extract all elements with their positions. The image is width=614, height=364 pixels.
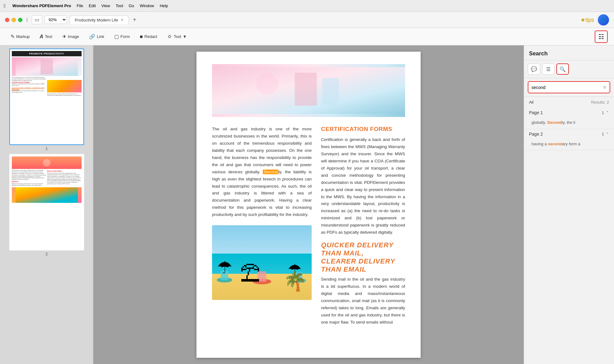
page-1-count: 1 — [602, 110, 604, 115]
cert-title: CERTIFICATION FORMS — [321, 126, 405, 133]
svg-rect-6 — [295, 72, 317, 105]
search-mode-tabs: 💬 ☰ 🔍 — [524, 60, 614, 78]
edit-toolbar: ✎ Markup A Text ✈ Image 🔗 Link ▢ Form ■ … — [0, 28, 614, 45]
form-icon: ▢ — [114, 34, 119, 40]
minimize-button[interactable] — [12, 18, 16, 22]
svg-rect-7 — [322, 78, 339, 106]
pdf-two-columns: The oil and gas industry is one of the m… — [212, 126, 405, 326]
form-button[interactable]: ▢ Form — [110, 32, 134, 41]
search-snippet-2: having a secondary form a — [524, 139, 614, 150]
page-2-count: 1 — [602, 132, 604, 136]
search-input-row: ▿ — [524, 78, 614, 97]
markup-button[interactable]: ✎ Markup — [6, 32, 34, 41]
toolbar-tools: ✎ Markup A Text ✈ Image 🔗 Link ▢ Form ■ … — [6, 32, 191, 41]
search-match-2: second — [548, 142, 562, 146]
app-name: Wondershare PDFElement Pro — [12, 3, 71, 8]
traffic-lights — [5, 18, 22, 22]
search-tab-search[interactable]: 🔍 — [556, 63, 569, 75]
comment-icon: 💬 — [531, 66, 537, 72]
page-1-chevron-icon: ⌃ — [606, 110, 609, 115]
tool-button[interactable]: ⛭ Tool ▼ — [163, 32, 191, 41]
menu-bar:  Wondershare PDFElement Pro File Edit V… — [0, 0, 614, 12]
link-button[interactable]: 🔗 Link — [85, 32, 109, 41]
image-icon: ✈ — [62, 34, 66, 40]
add-tab-button[interactable]: + — [131, 15, 138, 25]
thumbnail-1-number: 1 — [45, 146, 48, 151]
thumbnail-1-container[interactable]: PROMOTE PRODUCTIVITY — [3, 49, 90, 151]
fullscreen-button[interactable] — [18, 18, 22, 22]
menu-window[interactable]: Window — [140, 3, 154, 8]
svg-rect-4 — [16, 187, 78, 203]
search-tab-list[interactable]: ☰ — [542, 63, 555, 75]
search-panel-header: Search — [524, 45, 614, 60]
search-filter-button[interactable]: ▿ — [603, 84, 607, 91]
menu-view[interactable]: View — [102, 3, 110, 8]
menu-help[interactable]: Help — [160, 3, 168, 8]
svg-rect-1 — [40, 59, 53, 74]
tab-bar: ⁝ ▭ 92% 100% 75% 50% 125% Productivity M… — [0, 12, 614, 28]
thumb1-cols: The oil and gas industry is one of the m… — [12, 77, 82, 96]
pdf-content-area[interactable]: The oil and gas industry is one of the m… — [93, 45, 524, 364]
zoom-selector[interactable]: 92% 100% 75% 50% 125% — [45, 16, 67, 24]
pdf-top-image — [212, 64, 405, 117]
menu-go[interactable]: Go — [129, 3, 134, 8]
markup-icon: ✎ — [11, 34, 15, 40]
menu-file[interactable]: File — [77, 3, 83, 8]
page-2-chevron-icon: ⌃ — [606, 132, 609, 136]
thumb1-image — [12, 57, 82, 76]
search-match-1: Second — [547, 120, 562, 125]
thumbnail-2[interactable]: Oil field workers must be able to delega… — [9, 154, 84, 250]
redact-icon: ■ — [140, 34, 143, 40]
page-2-label: Page 2 — [529, 132, 543, 137]
all-label: All — [529, 100, 533, 105]
pdf-page: The oil and gas industry is one of the m… — [196, 52, 421, 358]
cert-body: Certification is generally a back and fo… — [321, 136, 405, 236]
page-1-label: Page 1 — [529, 110, 543, 115]
sending-body: Sending mail in the oil and the gas indu… — [321, 276, 405, 326]
text-icon: A — [40, 34, 43, 40]
quicker-title: QUICKER DELIVERY THAN MAIL,CLEARER DELIV… — [321, 241, 405, 273]
thumb1-header: PROMOTE PRODUCTIVITY — [12, 51, 82, 56]
tool-icon: ⛭ — [167, 34, 172, 40]
redact-button[interactable]: ■ Redact — [135, 32, 162, 41]
highlight-second: Second — [263, 170, 278, 174]
user-avatar[interactable]: 👤 — [598, 14, 609, 26]
search-input[interactable] — [531, 85, 603, 90]
tips-icon: ★tips — [580, 16, 594, 23]
search-results-header: All Results: 2 — [524, 97, 614, 108]
beach-image: ☂ ⛱ ☂ 🌴 — [212, 225, 312, 300]
menu-edit[interactable]: Edit — [89, 3, 96, 8]
panel-toggle-button[interactable]: ☷ — [595, 30, 608, 43]
image-button[interactable]: ✈ Image — [58, 32, 83, 41]
tab-title: Productivity Modern Life — [75, 18, 118, 22]
svg-point-8 — [256, 72, 278, 95]
search-page-1-header[interactable]: Page 1 1 ⌃ — [524, 108, 614, 118]
grid-view-icon[interactable]: ⁝ — [25, 15, 29, 25]
tab-close-icon[interactable]: ✕ — [120, 18, 124, 22]
search-input-box: ▿ — [528, 81, 610, 93]
main-layout: PROMOTE PRODUCTIVITY — [0, 45, 614, 364]
menu-tool[interactable]: Tool — [116, 3, 123, 8]
layout-icon: ▭ — [35, 17, 39, 23]
pdf-col-right: CERTIFICATION FORMS Certification is gen… — [321, 126, 405, 326]
thumbnail-2-container[interactable]: Oil field workers must be able to delega… — [3, 154, 90, 256]
link-icon: 🔗 — [89, 34, 95, 40]
search-page-1-group: Page 1 1 ⌃ globally. Secondly, the li — [524, 108, 614, 129]
list-icon: ☰ — [546, 66, 550, 72]
thumb2-cols: Oil field workers must be able to delega… — [12, 170, 82, 186]
thumb2-top-image — [12, 156, 82, 169]
thumbnail-1[interactable]: PROMOTE PRODUCTIVITY — [9, 49, 84, 145]
text-button[interactable]: A Text — [35, 32, 56, 41]
search-page-2-header[interactable]: Page 2 1 ⌃ — [524, 129, 614, 139]
pdf-col-left: The oil and gas industry is one of the m… — [212, 126, 312, 326]
search-panel: Search 💬 ☰ 🔍 ▿ All Results: 2 — [524, 45, 614, 364]
results-count: Results: 2 — [591, 100, 609, 105]
apple-menu-icon[interactable]:  — [4, 3, 6, 9]
close-button[interactable] — [5, 18, 9, 22]
layout-selector[interactable]: ▭ — [32, 15, 42, 24]
pdf-left-text: The oil and gas industry is one of the m… — [212, 126, 312, 218]
document-tab[interactable]: Productivity Modern Life ✕ — [69, 16, 129, 24]
search-tab-comment[interactable]: 💬 — [528, 63, 540, 75]
search-icon: 🔍 — [560, 66, 566, 72]
tool-dropdown-icon: ▼ — [183, 34, 187, 39]
